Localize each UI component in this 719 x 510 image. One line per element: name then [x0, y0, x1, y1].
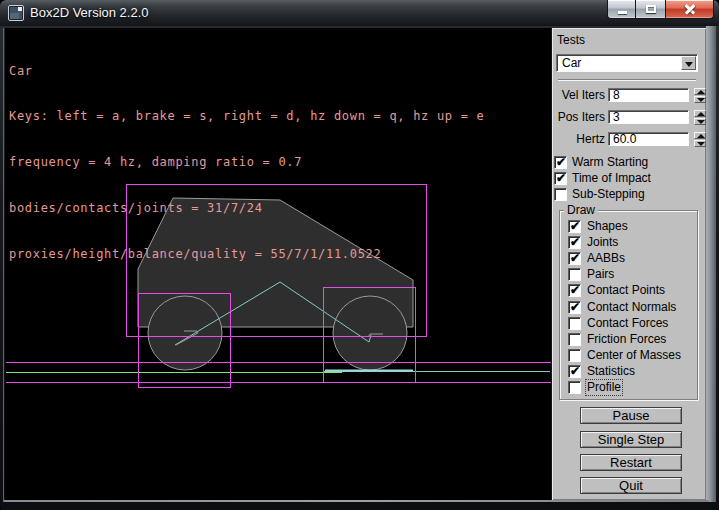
checkbox-label-time-of-impact[interactable]: Time of Impact [572, 172, 651, 185]
checkbox-label-aabbs[interactable]: AABBs [587, 252, 625, 265]
checkbox-contact-forces[interactable] [568, 317, 581, 330]
pause-button[interactable]: Pause [580, 407, 682, 424]
checkbox-sub-stepping[interactable] [554, 188, 567, 201]
vel-iters-spin-down-button[interactable] [694, 96, 706, 103]
quit-button[interactable]: Quit [580, 477, 682, 494]
check-icon: ✔ [570, 300, 580, 314]
checkbox-time-of-impact[interactable]: ✔ [554, 172, 567, 185]
draw-contact-normals-row: ✔Contact Normals [560, 301, 710, 315]
car-wheel-left [148, 296, 222, 370]
checkbox-label-statistics[interactable]: Statistics [587, 365, 635, 378]
hertz-spinner [694, 132, 706, 147]
checkbox-contact-points[interactable]: ✔ [568, 284, 581, 297]
checkbox-label-profile[interactable]: Profile [587, 381, 621, 394]
stats-overlay: Car Keys: left = a, brake = s, right = d… [9, 33, 484, 293]
checkbox-pairs[interactable] [568, 268, 581, 281]
chevron-down-icon [685, 62, 693, 67]
window-title: Box2D Version 2.2.0 [30, 5, 149, 21]
tests-dropdown[interactable]: Car [556, 54, 698, 72]
close-icon [685, 4, 695, 14]
checkbox-warm-starting[interactable]: ✔ [554, 156, 567, 169]
checkbox-label-contact-forces[interactable]: Contact Forces [587, 317, 668, 330]
client-area: Car Keys: left = a, brake = s, right = d… [5, 28, 706, 500]
vel-iters-spinner [694, 88, 706, 103]
checkbox-label-joints[interactable]: Joints [587, 236, 618, 249]
checkbox-label-pairs[interactable]: Pairs [587, 268, 614, 281]
vel-iters-row: Vel Iters8 [552, 88, 707, 102]
draw-groupbox: Draw ✔Shapes✔Joints✔AABBsPairs✔Contact P… [559, 210, 698, 400]
pos-iters-spin-down-button[interactable] [694, 118, 706, 125]
pos-iters-spin-up-button[interactable] [694, 110, 706, 117]
single-step-button[interactable]: Single Step [580, 431, 682, 448]
minimize-button[interactable] [607, 0, 636, 19]
checkbox-joints[interactable]: ✔ [568, 236, 581, 249]
pos-iters-row: Pos Iters3 [552, 110, 707, 124]
maximize-icon [646, 5, 656, 13]
check-icon: ✔ [570, 251, 580, 265]
draw-shapes-row: ✔Shapes [560, 220, 710, 234]
checkbox-label-contact-points[interactable]: Contact Points [587, 284, 665, 297]
hertz-input[interactable]: 60.0 [608, 132, 689, 146]
checkbox-contact-normals[interactable]: ✔ [568, 301, 581, 314]
draw-joints-row: ✔Joints [560, 236, 710, 250]
pos-iters-spinner [694, 110, 706, 125]
keys-help-text: Keys: left = a, brake = s, right = d, hz… [9, 109, 484, 124]
frequency-text: frequency = 4 hz, damping ratio = 0.7 [9, 155, 484, 170]
down-arrow-icon [697, 98, 705, 102]
checkbox-statistics[interactable]: ✔ [568, 365, 581, 378]
vel-iters-spin-up-button[interactable] [694, 88, 706, 95]
title-bar[interactable]: Box2D Version 2.2.0 [0, 0, 719, 26]
checkbox-aabbs[interactable]: ✔ [568, 252, 581, 265]
window-frame-right [706, 26, 716, 502]
warm-starting-row: ✔Warm Starting [552, 156, 702, 170]
draw-statistics-row: ✔Statistics [560, 365, 710, 379]
tests-dropdown-value: Car [562, 57, 581, 70]
up-arrow-icon [697, 90, 705, 94]
app-icon [8, 5, 24, 21]
checkbox-label-warm-starting[interactable]: Warm Starting [572, 156, 648, 169]
window-controls [607, 0, 714, 19]
draw-pairs-row: Pairs [560, 268, 710, 282]
check-icon: ✔ [570, 235, 580, 249]
up-arrow-icon [697, 112, 705, 116]
maximize-button[interactable] [636, 0, 666, 19]
vel-iters-input[interactable]: 8 [608, 88, 689, 102]
tests-label: Tests [557, 33, 585, 47]
checkbox-friction-forces[interactable] [568, 333, 581, 346]
checkbox-label-friction-forces[interactable]: Friction Forces [587, 333, 666, 346]
physics-canvas[interactable]: Car Keys: left = a, brake = s, right = d… [5, 28, 551, 500]
checkbox-profile[interactable] [568, 381, 581, 394]
control-sidebar: Tests Car Draw ✔Shapes✔Joints✔AABBsPairs… [551, 28, 706, 500]
check-icon: ✔ [570, 219, 580, 233]
checkbox-label-sub-stepping[interactable]: Sub-Stepping [572, 188, 645, 201]
checkbox-label-shapes[interactable]: Shapes [587, 220, 628, 233]
restart-button[interactable]: Restart [580, 454, 682, 471]
down-arrow-icon [697, 142, 705, 146]
tests-dropdown-arrow[interactable] [681, 56, 696, 70]
draw-aabbs-row: ✔AABBs [560, 252, 710, 266]
check-icon: ✔ [570, 283, 580, 297]
up-arrow-icon [697, 134, 705, 138]
hertz-spin-up-button[interactable] [694, 132, 706, 139]
check-icon: ✔ [556, 155, 566, 169]
checkbox-shapes[interactable]: ✔ [568, 220, 581, 233]
close-button[interactable] [666, 0, 714, 19]
minimize-icon [618, 11, 627, 14]
draw-contact-forces-row: Contact Forces [560, 317, 710, 331]
draw-contact-points-row: ✔Contact Points [560, 284, 710, 298]
checkbox-center-of-masses[interactable] [568, 349, 581, 362]
checkbox-label-contact-normals[interactable]: Contact Normals [587, 301, 676, 314]
draw-friction-forces-row: Friction Forces [560, 333, 710, 347]
car-wheel-right [333, 296, 407, 370]
sub-stepping-row: Sub-Stepping [552, 188, 702, 202]
check-icon: ✔ [556, 171, 566, 185]
draw-center-of-masses-row: Center of Masses [560, 349, 710, 363]
test-title-text: Car [9, 64, 484, 79]
pos-iters-label: Pos Iters [552, 110, 605, 124]
hertz-spin-down-button[interactable] [694, 140, 706, 147]
window-frame-bottom [3, 500, 709, 502]
hertz-label: Hertz [552, 132, 605, 146]
pos-iters-input[interactable]: 3 [608, 110, 689, 124]
checkbox-label-center-of-masses[interactable]: Center of Masses [587, 349, 681, 362]
proxies-stats-text: proxies/height/balance/quality = 55/7/1/… [9, 247, 484, 262]
